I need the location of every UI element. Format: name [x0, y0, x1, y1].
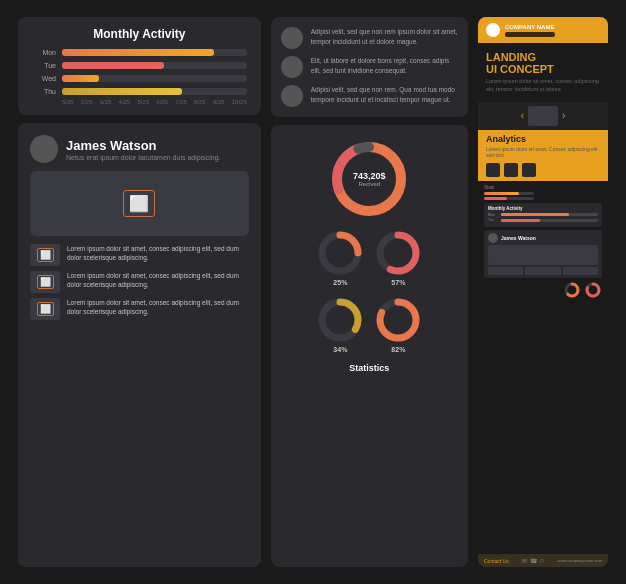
- preview-mini-profile: James Watson: [484, 230, 602, 278]
- small-donut-34: 34%: [316, 296, 364, 353]
- preview-donut-2: [584, 281, 602, 299]
- preview-footer-icons: ✉ ☎ ⌂: [522, 557, 544, 564]
- preview-mini-profile-header: James Watson: [488, 233, 598, 243]
- bar-track-tue: [62, 62, 247, 69]
- donut-57-label: 57%: [391, 279, 405, 286]
- preview-mini-bar-row-2: Tue: [488, 218, 598, 222]
- next-arrow-icon[interactable]: ›: [562, 110, 565, 121]
- preview-mini-bar-row-1: Mon: [488, 213, 598, 217]
- footer-icon-1: ✉: [522, 557, 527, 564]
- list-img-icon-3: ⬜: [37, 302, 54, 316]
- preview-analytics-title: Analytics: [486, 134, 600, 144]
- preview-mini-label-2: Tue: [488, 218, 498, 222]
- preview-mini-item-2: [525, 267, 560, 275]
- bar-fill-thu: [62, 88, 182, 95]
- preview-mini-track-1: [501, 213, 598, 216]
- right-panel: COMPANY NAME LANDINGUI CONCEPT Lorem ips…: [478, 17, 608, 567]
- preview-mini-label-1: Mon: [488, 213, 498, 217]
- profile-header: James Watson Netus erat ipsum dolor lacu…: [30, 135, 249, 163]
- preview-mini-fill-1: [501, 213, 569, 216]
- analytics-icon-1: [486, 163, 500, 177]
- preview-mini-name: James Watson: [501, 235, 536, 241]
- list-item-text-1: Lorem ipsum dolor sit amet, consec adipi…: [67, 244, 249, 262]
- preview-stat-bar-fill-1: [484, 192, 519, 195]
- small-donuts-row-2: 34% 82%: [316, 296, 422, 353]
- donut-25-svg: [316, 229, 364, 277]
- profile-info: James Watson Netus erat ipsum dolor lacu…: [66, 138, 220, 161]
- text-content-3: Adipisi velit, sed que non rem. Qua mod …: [311, 85, 458, 105]
- left-panel: Monthly Activity Mon Tue: [18, 17, 261, 567]
- stats-card: 743,20$ Recived 25%: [271, 125, 468, 567]
- preview-mini-track-2: [501, 219, 598, 222]
- stats-title: Statistics: [349, 363, 389, 373]
- preview-stat-bar-fill-2: [484, 197, 507, 200]
- preview-mini-image: [488, 245, 598, 265]
- preview-stats-section: Stats Monthly Activity Mon Tue: [478, 181, 608, 554]
- preview-mini-avatar: [488, 233, 498, 243]
- chart-row-thu: Thu: [32, 88, 247, 95]
- small-donut-25: 25%: [316, 229, 364, 286]
- preview-analytics-icons: [486, 163, 600, 177]
- profile-list: ⬜ Lorem ipsum dolor sit amet, consec adi…: [30, 244, 249, 320]
- preview-stat-label-1: Stats: [484, 185, 494, 190]
- bar-track-thu: [62, 88, 247, 95]
- preview-hero-title: LANDINGUI CONCEPT: [486, 51, 600, 75]
- profile-image-placeholder: ⬜: [30, 171, 249, 236]
- grid-label-4: 4/25: [119, 99, 131, 105]
- preview-stat-bar-2: [484, 197, 534, 200]
- grid-label-8: 8/25: [194, 99, 206, 105]
- list-item-text-2: Lorem ipsum dolor sit amet, consec adipi…: [67, 271, 249, 289]
- donut-57-svg: [374, 229, 422, 277]
- list-item-image-3: ⬜: [30, 298, 60, 320]
- main-amount: 743,20$: [353, 171, 386, 181]
- donut-82-svg: [374, 296, 422, 344]
- small-donut-57: 57%: [374, 229, 422, 286]
- preview-footer-url: www.companyname.com: [558, 558, 602, 563]
- footer-icon-2: ☎: [530, 557, 537, 564]
- preview-header-text: COMPANY NAME: [505, 24, 555, 37]
- main-donut-label: 743,20$ Recived: [353, 171, 386, 187]
- bar-fill-mon: [62, 49, 214, 56]
- preview-footer-label: Contact Us: [484, 558, 509, 564]
- grid-label-6: 6/25: [156, 99, 168, 105]
- monthly-activity-card: Monthly Activity Mon Tue: [18, 17, 261, 115]
- text-content-2: Elit, ut labore et dolore bons repit, co…: [311, 56, 458, 76]
- prev-arrow-icon[interactable]: ‹: [521, 110, 524, 121]
- text-content-1: Adipisi velit, sed que non rem ipsum dol…: [311, 27, 458, 47]
- chart-row-mon: Mon: [32, 49, 247, 56]
- text-block-card: Adipisi velit, sed que non rem ipsum dol…: [271, 17, 468, 117]
- preview-mini-items: [488, 267, 598, 275]
- bar-track-mon: [62, 49, 247, 56]
- main-donut: 743,20$ Recived: [329, 139, 409, 219]
- profile-card: James Watson Netus erat ipsum dolor lacu…: [18, 123, 261, 567]
- preview-hero: LANDINGUI CONCEPT Lorem ipsum dolor sit …: [478, 43, 608, 102]
- analytics-icon-3: [522, 163, 536, 177]
- grid-label-3: 3/25: [100, 99, 112, 105]
- preview-hero-text: Lorem ipsum dolor sit amet, consec adipi…: [486, 78, 600, 93]
- list-img-icon-1: ⬜: [37, 248, 54, 262]
- chart-label-thu: Thu: [32, 88, 56, 95]
- preview-mini-activity: Monthly Activity Mon Tue: [484, 203, 602, 227]
- donut-25-label: 25%: [333, 279, 347, 286]
- middle-panel: Adipisi velit, sed que non rem ipsum dol…: [271, 17, 468, 567]
- chart-grid: 5/25 2/25 3/25 4/25 5/25 6/25 7/25 8/25 …: [32, 99, 247, 105]
- text-avatar-1: [281, 27, 303, 49]
- grid-label-9: 9/25: [213, 99, 225, 105]
- grid-label-5: 5/25: [137, 99, 149, 105]
- text-avatar-3: [281, 85, 303, 107]
- grid-label-1: 5/25: [62, 99, 74, 105]
- profile-name: James Watson: [66, 138, 220, 153]
- preview-mini-item-3: [563, 267, 598, 275]
- list-img-icon-2: ⬜: [37, 275, 54, 289]
- image-icon: ⬜: [123, 190, 155, 217]
- main-sub: Recived: [353, 181, 386, 187]
- list-item-text-3: Lorem ipsum dolor sit amet, consec adipi…: [67, 298, 249, 316]
- small-donut-82: 82%: [374, 296, 422, 353]
- preview-slides: ‹ ›: [478, 102, 608, 130]
- donut-34-label: 34%: [333, 346, 347, 353]
- text-row-2: Elit, ut labore et dolore bons repit, co…: [281, 56, 458, 78]
- monthly-activity-title: Monthly Activity: [32, 27, 247, 41]
- preview-stat-bar-1: [484, 192, 534, 195]
- bar-fill-tue: [62, 62, 164, 69]
- list-item-2: ⬜ Lorem ipsum dolor sit amet, consec adi…: [30, 271, 249, 293]
